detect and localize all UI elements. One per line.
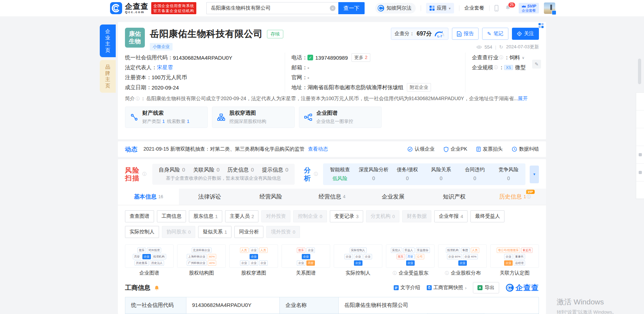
sub-button-count: 1 — [215, 214, 218, 219]
quick-nav-icon[interactable] — [538, 23, 544, 30]
tab[interactable]: 法律诉讼 — [179, 189, 240, 205]
equity-penetration-card[interactable]: 股权穿透图 挖掘深层股权结构 — [212, 107, 295, 128]
tab[interactable]: 知识产权 — [424, 189, 485, 205]
sub-section-button[interactable]: 财务数据 — [402, 210, 431, 222]
scrollbar-thumb[interactable] — [638, 59, 641, 84]
sub-section-button[interactable]: 境外投资 0 — [266, 226, 300, 238]
tab-label: 法律诉讼 — [198, 193, 221, 201]
enterprise-package-link[interactable]: 企业套餐 — [464, 5, 484, 11]
search-input[interactable] — [206, 2, 338, 14]
analysis-column[interactable]: 竞争风险 0 — [492, 167, 525, 182]
sub-section-button[interactable]: 企业年报 4 — [434, 210, 468, 222]
analysis-column[interactable]: 风险关系 0 — [424, 167, 458, 182]
graph-card[interactable]: 人员企业人员企业企业企业企业股权穿透图 — [229, 244, 278, 276]
search-button[interactable]: 查一下 — [338, 2, 365, 14]
graph-card[interactable]: 股东企业企业企业高管关系图谱 — [282, 244, 330, 276]
floating-panel-cell[interactable] — [636, 128, 644, 146]
intro-expand-link[interactable]: 展开 — [518, 96, 528, 102]
sub-section-button[interactable]: 变更记录 3 — [330, 210, 363, 222]
risk-item[interactable]: 历史信息0 — [228, 167, 254, 173]
graph-card[interactable]: 投资机构集团人员企业 60%企业 40%企业ⓘ企业股权分布 — [438, 244, 487, 276]
export-button[interactable]: 导出 — [473, 282, 499, 293]
graph-card[interactable]: 实控人受益人受益股份股东高管公司企业ⓘ企业受益股东 — [386, 244, 435, 276]
analysis-title-line: 析 — [304, 174, 311, 182]
sub-section-button[interactable]: 查查图谱 — [125, 210, 154, 222]
tab[interactable]: 经营风险 — [240, 189, 301, 205]
graph-row: 企业 60%企业 40% — [438, 254, 486, 259]
nearby-companies-button[interactable]: 附近企业 — [407, 83, 431, 92]
sidebar-tab-enterprise-home[interactable]: 企业主页 — [100, 25, 116, 57]
analysis-column[interactable]: 智能核查 低风险 — [323, 167, 357, 182]
asset-clues-card[interactable]: 财产线索 财产类型1线索数量1 — [125, 107, 208, 128]
report-button[interactable]: 报告 — [452, 28, 479, 40]
sidebar-tab-brand-home[interactable]: 品牌主页 — [100, 60, 116, 93]
company-size-tag[interactable]: 小微企业 — [150, 43, 173, 50]
risk-item[interactable]: 自身风险0 — [159, 167, 185, 173]
tab[interactable]: 基本信息 16 — [118, 189, 179, 205]
legal-rep-link[interactable]: 宋星霏 — [157, 64, 173, 71]
data-correction-action[interactable]: 数据纠错 — [512, 146, 539, 152]
bell-icon[interactable] — [154, 285, 159, 291]
graph-card[interactable]: 实际控制人企业企业企业企业实际控制人 — [334, 244, 382, 276]
official-snapshot-link[interactable]: 工商官网快照 › — [427, 285, 466, 291]
mobile-app-icon[interactable] — [495, 5, 498, 12]
sub-section-button[interactable]: 工商信息 — [157, 210, 186, 222]
analysis-column[interactable]: 深度风险分析 0 — [357, 167, 391, 182]
tab[interactable]: VIP 历史信息 1 ⓘ — [485, 189, 546, 205]
views-update-row: 554 | ↻ 2024-07-03更新 — [476, 44, 539, 50]
risk-item[interactable]: 关联风险0 — [193, 167, 219, 173]
sub-section-button[interactable]: 控制企业 0 — [293, 210, 327, 222]
analysis-column[interactable]: 债务/债权 0 — [391, 167, 424, 182]
phone-more-button[interactable]: 更多2 — [351, 53, 370, 62]
company-pk-action[interactable]: 企业PK — [444, 146, 467, 152]
floating-panel-cell[interactable] — [636, 146, 644, 164]
tab[interactable]: 经营信息 4 — [301, 189, 362, 205]
floating-panel-cell[interactable] — [636, 93, 644, 110]
industry-value[interactable]: 饲料 — [509, 54, 520, 61]
scale-badge: XS — [504, 65, 513, 70]
company-graph-card[interactable]: 企业图谱 企业信息一图掌控 — [299, 107, 382, 128]
sub-section-button[interactable]: 股东信息 1 — [189, 210, 222, 222]
analysis-expand-button[interactable]: ▾ — [530, 166, 539, 183]
edit-icon[interactable]: ✎ — [532, 60, 541, 69]
floating-panel-cell[interactable] — [636, 110, 644, 128]
risk-item[interactable]: 提示信息0 — [262, 167, 288, 173]
graph-chip: 企业 — [364, 254, 372, 259]
invoice-title-action[interactable]: 发票抬头 — [476, 146, 503, 152]
search-clear-icon[interactable]: × — [330, 5, 335, 11]
graph-card[interactable]: 母公司/控股股东董监高企业董事长企业总经理关联方认定图 — [490, 244, 539, 276]
note-button[interactable]: ✎ 笔记 — [482, 28, 508, 40]
tab[interactable]: 企业发展 — [362, 189, 424, 205]
graph-card[interactable]: 股东对外投资高管企业投资机构历史股东历史法人企业图谱 — [125, 244, 174, 276]
analysis-column[interactable]: 合同违约 0 — [458, 167, 492, 182]
floating-panel-cell[interactable] — [636, 164, 644, 182]
sub-section-button[interactable]: 主要人员 2 — [225, 210, 258, 222]
chevron-down-icon[interactable]: ∨ — [522, 56, 524, 60]
apps-menu[interactable]: 应用 ▾ — [426, 3, 454, 13]
site-logo[interactable]: 企查查 Qcc.com 全国企业信用查询系统 官方备案企业征信机构 — [110, 2, 196, 14]
follow-button[interactable]: 关注 — [512, 28, 539, 40]
graph-card[interactable]: 北京样例企业上海样例企业60%广州样例企业40%股权结构图 — [177, 244, 226, 276]
graph-card-label: 企业图谱 — [125, 270, 174, 276]
svip-package-badge[interactable]: SVIP 企业套餐 — [519, 3, 539, 13]
intro-text: 岳阳康佑生物科技有限公司成立于2020-09-24，法定代表人为宋星霏，注册资本… — [146, 96, 518, 102]
sub-section-button[interactable]: 同业分析 — [234, 226, 263, 238]
view-dynamics-link[interactable]: 查看动态 — [308, 146, 328, 152]
phone-value: 13974890989 — [315, 55, 348, 61]
graph-row: 企业 — [282, 254, 330, 259]
claim-company-action[interactable]: 认领企业 — [408, 146, 435, 152]
user-avatar[interactable] — [544, 2, 555, 14]
sub-section-button[interactable]: 最终受益人 — [470, 210, 504, 222]
sub-section-button[interactable]: 疑似关系 1 — [198, 226, 231, 238]
zhibi-alpha-link[interactable]: 知彼阿尔法 — [375, 3, 416, 13]
sub-section-button[interactable]: 分支机构 0 — [366, 210, 399, 222]
floating-panel-cell[interactable] — [636, 182, 644, 199]
notifications-bell[interactable]: 25 — [505, 5, 511, 12]
refresh-icon[interactable]: ↻ — [499, 44, 503, 50]
qcc-score-box[interactable]: 企查分： 697分 L-7 — [391, 28, 449, 40]
sub-section-button[interactable]: 实际控制人 — [125, 226, 159, 238]
text-intro-link[interactable]: 文字介绍 — [394, 285, 420, 291]
sub-section-button[interactable]: 对外投资 — [261, 210, 290, 222]
sub-section-button[interactable]: 协同股东 0 — [162, 226, 195, 238]
page: 企查查 Qcc.com 全国企业信用查询系统 官方备案企业征信机构 × 查一下 … — [0, 0, 644, 314]
